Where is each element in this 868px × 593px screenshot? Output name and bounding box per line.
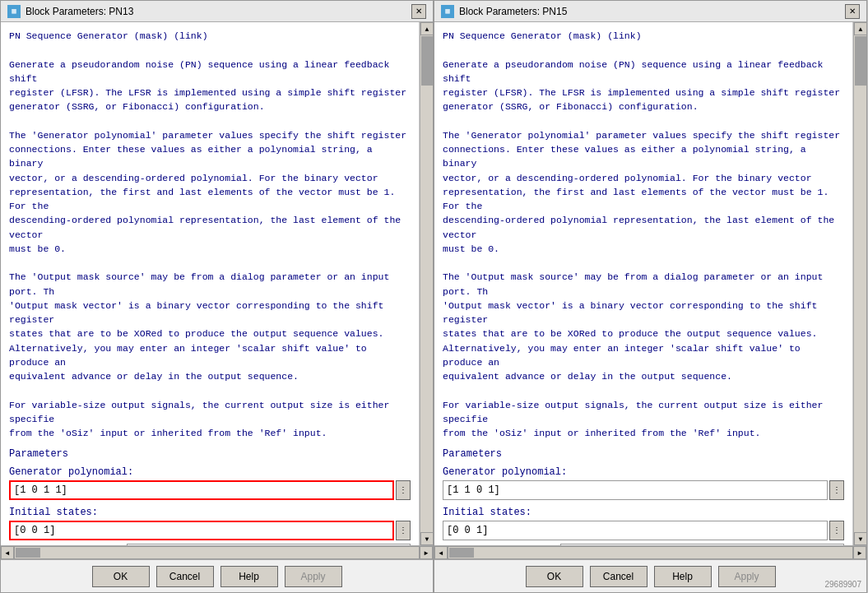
pn15-scroll-down[interactable]: ▼ (854, 532, 866, 545)
pn15-horizontal-scrollbar[interactable] (448, 546, 853, 559)
pn13-title: Block Parameters: PN13 (26, 6, 133, 17)
pn13-gen-poly-input[interactable] (9, 480, 394, 500)
pn13-icon: ▦ (7, 5, 21, 18)
pn13-scroll-right[interactable]: ► (420, 546, 433, 559)
pn15-help-button[interactable]: Help (654, 566, 712, 587)
pn13-hscroll-thumb[interactable] (16, 548, 40, 558)
pn13-vertical-scrollbar[interactable]: ▲ ▼ (420, 22, 433, 545)
title-bar-pn13: ▦ Block Parameters: PN13 ✕ (1, 1, 433, 22)
pn15-content-area: PN Sequence Generator (mask) (link) Gene… (434, 22, 866, 545)
pn15-footer: OK Cancel Help Apply 29689907 (434, 559, 866, 592)
pn13-scroll-content: PN Sequence Generator (mask) (link) Gene… (1, 22, 420, 545)
pn13-content-area: PN Sequence Generator (mask) (link) Gene… (1, 22, 433, 545)
panel-pn15: ▦ Block Parameters: PN15 ✕ PN Sequence G… (434, 0, 867, 593)
pn13-scroll-left[interactable]: ◄ (1, 546, 14, 559)
watermark-text: 29689907 (825, 580, 862, 589)
pn15-gen-poly-label: Generator polynomial: (443, 466, 844, 478)
pn15-close-button[interactable]: ✕ (845, 4, 860, 19)
pn15-description: PN Sequence Generator (mask) (link) Gene… (443, 29, 844, 440)
pn15-gen-poly-row: ⋮ (443, 480, 844, 500)
title-bar-pn15-left: ▦ Block Parameters: PN15 (441, 5, 567, 18)
pn15-scroll-up[interactable]: ▲ (854, 22, 866, 35)
pn15-gen-poly-dots[interactable]: ⋮ (829, 480, 844, 500)
pn13-initial-states-input[interactable] (9, 521, 394, 540)
pn13-cancel-button[interactable]: Cancel (156, 566, 214, 587)
pn15-hscroll-thumb[interactable] (449, 548, 474, 558)
title-bar-left: ▦ Block Parameters: PN13 (7, 5, 133, 18)
pn15-scroll-track[interactable] (854, 35, 866, 532)
pn15-initial-states-label: Initial states: (443, 507, 844, 518)
pn13-ok-button[interactable]: OK (92, 566, 150, 587)
pn15-title: Block Parameters: PN15 (459, 6, 567, 17)
pn15-initial-states-row: ⋮ (443, 521, 844, 540)
pn13-apply-button[interactable]: Apply (285, 566, 342, 587)
pn13-help-button[interactable]: Help (220, 566, 278, 587)
pn13-initial-states-row: ⋮ (9, 521, 411, 540)
pn13-close-button[interactable]: ✕ (411, 4, 426, 19)
pn15-scroll-content: PN Sequence Generator (mask) (link) Gene… (434, 22, 853, 545)
pn13-initial-states-dots[interactable]: ⋮ (396, 521, 411, 540)
pn15-gen-poly-input[interactable] (443, 480, 828, 500)
pn13-scroll-thumb[interactable] (421, 36, 433, 86)
pn13-params-header: Parameters (9, 448, 411, 460)
pn15-vertical-scrollbar[interactable]: ▲ ▼ (853, 22, 866, 545)
pn13-gen-poly-dots[interactable]: ⋮ (396, 480, 411, 500)
pn15-scroll-right[interactable]: ► (853, 546, 866, 559)
pn13-scroll-down[interactable]: ▼ (420, 532, 433, 545)
pn15-params-header: Parameters (443, 448, 844, 460)
pn15-ok-button[interactable]: OK (526, 566, 583, 587)
pn15-scroll-left[interactable]: ◄ (434, 546, 448, 559)
pn13-horizontal-scrollbar[interactable] (14, 546, 420, 559)
pn15-bottom-scroll: ◄ ► (434, 545, 866, 559)
pn13-bottom-scroll: ◄ ► (1, 545, 433, 559)
title-bar-pn15: ▦ Block Parameters: PN15 ✕ (434, 1, 866, 22)
pn15-initial-states-input[interactable] (443, 521, 828, 540)
pn13-gen-poly-label: Generator polynomial: (9, 466, 411, 478)
pn13-scroll-track[interactable] (420, 35, 433, 532)
pn15-cancel-button[interactable]: Cancel (590, 566, 648, 587)
pn13-gen-poly-row: ⋮ (9, 480, 411, 500)
panel-pn13: ▦ Block Parameters: PN13 ✕ PN Sequence G… (0, 0, 434, 593)
pn13-footer: OK Cancel Help Apply (1, 559, 433, 592)
pn13-initial-states-label: Initial states: (9, 507, 411, 518)
pn15-icon: ▦ (441, 5, 454, 18)
pn15-scroll-thumb[interactable] (855, 36, 866, 86)
pn15-initial-states-dots[interactable]: ⋮ (829, 521, 844, 540)
pn13-scroll-up[interactable]: ▲ (420, 22, 433, 35)
pn13-description: PN Sequence Generator (mask) (link) Gene… (9, 29, 411, 440)
pn15-apply-button[interactable]: Apply (718, 566, 776, 587)
